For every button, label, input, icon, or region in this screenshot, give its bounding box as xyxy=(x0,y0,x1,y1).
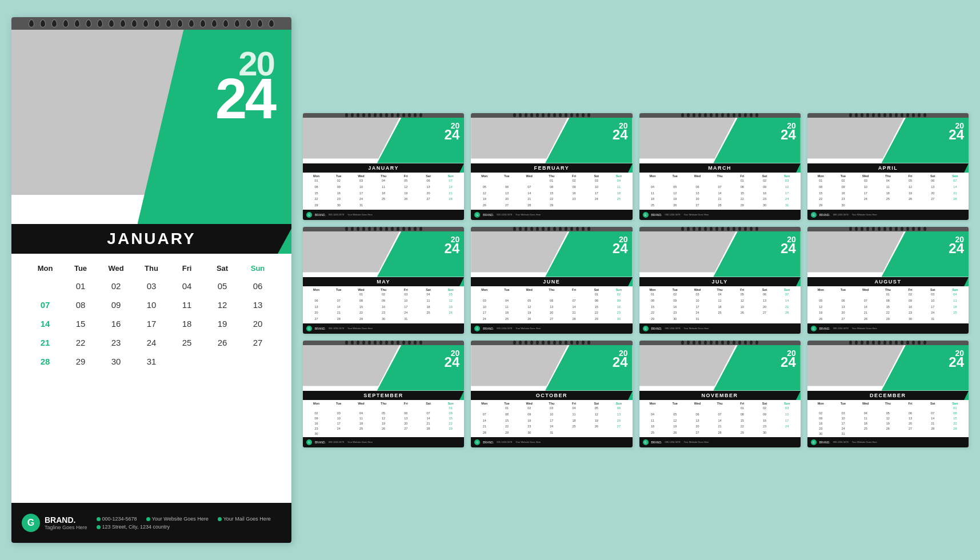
mini-month-bar: JANUARY xyxy=(303,163,464,173)
mini-day: 12 xyxy=(877,416,899,421)
mini-day: 15 xyxy=(305,190,327,197)
mini-day-empty: . xyxy=(642,178,664,185)
mini-day-empty: . xyxy=(899,431,921,437)
mini-spiral-dot xyxy=(547,341,550,345)
mini-day: 15 xyxy=(642,304,664,310)
mini-spiral-dot xyxy=(889,227,892,231)
mini-day: 19 xyxy=(877,421,899,426)
mini-header: 20 24 xyxy=(471,118,632,163)
mini-calendars-grid: 20 24 JANUARYMonTueWedThuFriSatSun010203… xyxy=(303,113,969,447)
mini-month-bar: OCTOBER xyxy=(471,391,632,400)
mini-day: 16 xyxy=(305,421,327,426)
mini-day: 20 xyxy=(417,190,439,197)
calendar-days: 01 02 03 04 05 06 07 08 09 10 11 12 13 1… xyxy=(27,277,275,379)
mini-day: 24 xyxy=(473,317,495,323)
mini-footer: G BRAND. 000-1234-5678 Your Website Goes… xyxy=(303,323,464,334)
mini-day: 15 xyxy=(877,304,899,310)
mini-spiral-dot xyxy=(402,341,405,345)
mini-brand-icon: G xyxy=(474,212,480,218)
mini-day: 17 xyxy=(922,304,944,310)
mini-day: 17 xyxy=(350,190,372,197)
mini-year: 20 24 xyxy=(781,121,796,142)
mini-brand-name: BRAND. xyxy=(651,213,662,217)
spiral-dot xyxy=(200,19,206,27)
mini-spiral-dot xyxy=(419,113,422,117)
mini-year: 20 24 xyxy=(613,349,628,369)
mini-day: 06 xyxy=(541,298,563,304)
mini-day: 05 xyxy=(810,298,832,304)
mini-spiral-dot xyxy=(901,341,903,345)
mini-day: 27 xyxy=(541,317,563,323)
mini-spiral-dot xyxy=(565,341,567,345)
mini-header: 20 24 xyxy=(303,345,464,391)
mini-day: 02 xyxy=(899,292,921,298)
main-calendar: 20 24 JANUARY Mon Tue Wed Thu Fri Sat Su… xyxy=(11,17,291,543)
mini-year: 20 24 xyxy=(949,121,964,142)
mini-day: 19 xyxy=(899,190,921,197)
mini-day: 21 xyxy=(417,421,439,426)
mini-day: 06 xyxy=(395,411,417,416)
mini-day: 25 xyxy=(417,310,439,317)
mini-month-bar: JUNE xyxy=(471,277,632,286)
mini-header: 20 24 xyxy=(639,118,801,163)
mini-day-empty: . xyxy=(439,431,462,437)
mini-spiral-dot xyxy=(744,227,747,231)
mini-day-empty: . xyxy=(832,292,854,298)
mini-day: 08 xyxy=(642,298,664,304)
mini-day-empty: . xyxy=(854,431,877,437)
mini-day: 06 xyxy=(832,298,854,304)
day-fri: Fri xyxy=(169,264,205,273)
mini-spiral-dot xyxy=(878,227,881,231)
mini-day: 09 xyxy=(899,298,921,304)
mini-spiral-dot xyxy=(530,341,533,345)
mini-brand-icon: G xyxy=(474,439,480,445)
mini-spiral xyxy=(807,113,969,118)
mini-spiral-dot xyxy=(414,341,417,345)
mini-day: 21 xyxy=(709,424,731,430)
mini-day: 27 xyxy=(899,426,921,431)
mini-spiral-dot xyxy=(536,227,539,231)
mini-day: 23 xyxy=(832,197,854,203)
mini-day: 13 xyxy=(417,184,439,190)
dot-icon xyxy=(97,517,101,521)
mini-day: 16 xyxy=(518,418,541,424)
mini-day: 29 xyxy=(495,430,518,437)
mini-spiral xyxy=(471,113,632,118)
mini-year: 20 24 xyxy=(613,235,628,255)
mini-day: 08 xyxy=(585,298,607,304)
mini-days: ...0102030405060708091011121314151617181… xyxy=(471,178,632,210)
mini-day: 31 xyxy=(832,431,854,437)
mini-spiral-dot xyxy=(849,227,852,231)
mini-day-empty: . xyxy=(709,178,731,185)
mini-day: 08 xyxy=(731,411,753,418)
mini-day-headers: MonTueWedThuFriSatSun xyxy=(639,286,801,291)
mini-day: 11 xyxy=(709,298,731,304)
mini-day: 21 xyxy=(473,424,495,430)
mini-day: 07 xyxy=(709,411,731,418)
mini-day: 26 xyxy=(473,203,495,209)
mini-day: 26 xyxy=(899,197,921,203)
cal-day: 04 xyxy=(169,277,205,295)
mini-day: 06 xyxy=(686,411,709,418)
mini-day: 25 xyxy=(563,424,585,430)
mini-spiral-dot xyxy=(906,113,909,117)
mini-spiral-dot xyxy=(391,113,394,117)
mini-footer-info: 000-1234-5678 Your Website Goes Here xyxy=(665,327,797,330)
mini-spiral xyxy=(639,227,801,231)
mini-day: 02 xyxy=(753,178,775,185)
mini-day: 20 xyxy=(541,310,563,317)
mini-day: 09 xyxy=(832,184,854,190)
mini-brand-name: BRAND. xyxy=(819,441,830,444)
mini-spiral-dot xyxy=(513,341,516,345)
mini-day: 26 xyxy=(373,426,395,431)
mini-day: 29 xyxy=(305,203,327,209)
mini-day: 12 xyxy=(518,304,541,310)
mini-day: 19 xyxy=(518,310,541,317)
mini-spiral-dot xyxy=(715,113,718,117)
mini-spiral-dot xyxy=(419,341,422,345)
mini-day: 26 xyxy=(731,310,753,317)
mini-brand-name: BRAND. xyxy=(315,441,326,444)
mini-day: 08 xyxy=(731,184,753,190)
mini-day: 14 xyxy=(854,304,877,310)
mini-day-headers: MonTueWedThuFriSatSun xyxy=(807,173,969,178)
